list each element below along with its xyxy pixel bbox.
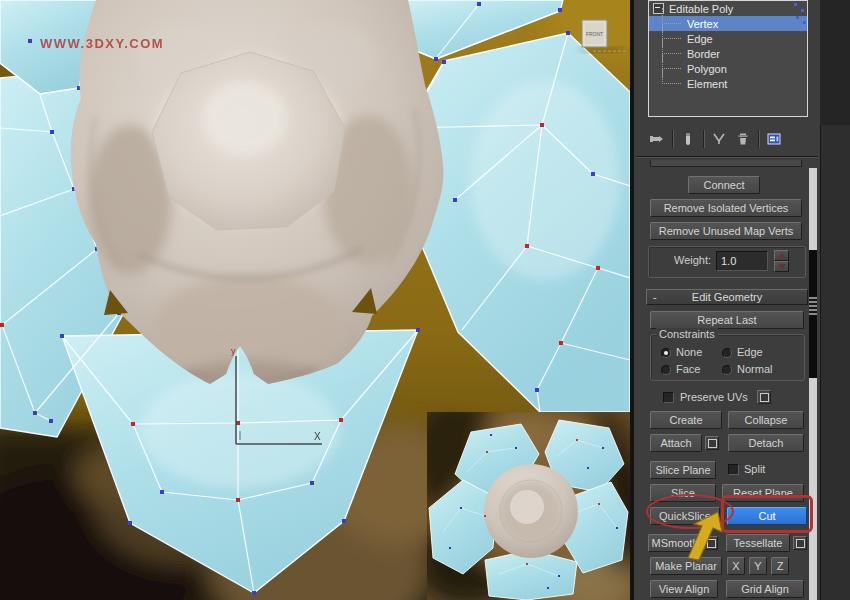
preserve-uvs-settings-button[interactable] [757,390,771,404]
stack-item-element[interactable]: Element [649,76,807,91]
panel-separator [636,156,818,158]
annotation-yellow-arrow [678,504,726,562]
stack-item-label: Vertex [687,18,718,30]
rollout-title: Edit Geometry [692,291,762,303]
split-label[interactable]: Split [744,463,765,475]
show-end-result-icon[interactable] [679,129,697,149]
constraint-none-label[interactable]: None [676,346,702,358]
preserve-uvs-checkbox[interactable] [663,392,674,403]
stack-item-label: Polygon [687,63,727,75]
annotation-rect-cut [721,495,813,533]
make-planar-y-button[interactable]: Y [749,557,767,575]
toolbar-separator [703,130,704,148]
edit-geometry-rollout-header[interactable]: - Edit Geometry [646,289,808,305]
make-unique-icon[interactable] [710,129,728,149]
3dsmax-window: X y WWW.3DXY.COM FRONT [0,0,850,600]
connect-button[interactable]: Connect [688,176,760,194]
panel-scrollbar-track[interactable] [809,168,817,600]
constraint-face-radio[interactable] [661,365,671,375]
rollout-collapse-icon[interactable]: - [653,291,657,303]
clipped-button-edge [650,160,802,167]
slice-plane-button[interactable]: Slice Plane [650,461,716,479]
artifact-dot [796,16,799,19]
spinner-up-icon [778,253,786,258]
front-view-label: FRONT [586,31,603,37]
stack-item-label: Edge [687,33,713,45]
constraint-none-radio[interactable] [661,348,671,358]
artifact-dot [803,21,806,24]
grid-align-button[interactable]: Grid Align [726,580,804,598]
constraints-label: Constraints [656,328,718,340]
remove-modifier-icon[interactable] [734,129,752,149]
constraint-normal-label[interactable]: Normal [737,363,772,375]
artifact-dot [801,9,804,12]
modifier-stack-list[interactable]: Editable Poly Vertex Edge Border Polygon… [648,0,808,117]
detach-button[interactable]: Detach [728,434,804,452]
panel-scrollbar-grip[interactable] [809,297,817,315]
configure-modifier-sets-icon[interactable] [765,129,783,149]
artifact-dot [794,3,797,6]
inset-render-preview [405,392,630,600]
modifier-stack-toolbar [648,126,810,152]
axis-x-label: X [314,431,321,442]
weight-label: Weight: [674,254,711,266]
preserve-uvs-label[interactable]: Preserve UVs [680,391,748,403]
remove-isolated-vertices-button[interactable]: Remove Isolated Vertices [650,199,802,217]
weight-spinner-up[interactable] [774,250,789,261]
panel-right-margin-top [820,0,850,125]
constraint-edge-radio[interactable] [722,348,732,358]
spinner-down-icon [778,264,786,269]
remove-unused-map-verts-button[interactable]: Remove Unused Map Verts [650,222,802,240]
split-checkbox[interactable] [728,464,739,475]
viewport-3d-render[interactable]: X y WWW.3DXY.COM FRONT [0,0,630,600]
repeat-last-button[interactable]: Repeat Last [650,311,804,329]
attach-button[interactable]: Attach [650,434,702,452]
tessellate-settings-button[interactable] [793,536,807,550]
toolbar-separator [758,130,759,148]
attach-settings-button[interactable] [705,436,719,450]
view-align-button[interactable]: View Align [650,580,718,598]
constraint-normal-radio[interactable] [722,365,732,375]
collapse-button[interactable]: Collapse [728,411,804,429]
stack-item-label: Element [687,78,727,90]
constraint-edge-label[interactable]: Edge [737,346,763,358]
axis-y-label: y [231,346,236,356]
pin-stack-icon[interactable] [648,129,666,149]
make-planar-z-button[interactable]: Z [771,557,789,575]
weight-spinner-down[interactable] [774,261,789,272]
weight-input[interactable] [716,251,768,271]
toolbar-separator [672,130,673,148]
create-button[interactable]: Create [650,411,722,429]
stack-item-label: Border [687,48,720,60]
constraint-face-label[interactable]: Face [676,363,700,375]
watermark: WWW.3DXY.COM [40,36,164,51]
tessellate-button[interactable]: Tessellate [726,534,790,552]
make-planar-x-button[interactable]: X [727,557,745,575]
